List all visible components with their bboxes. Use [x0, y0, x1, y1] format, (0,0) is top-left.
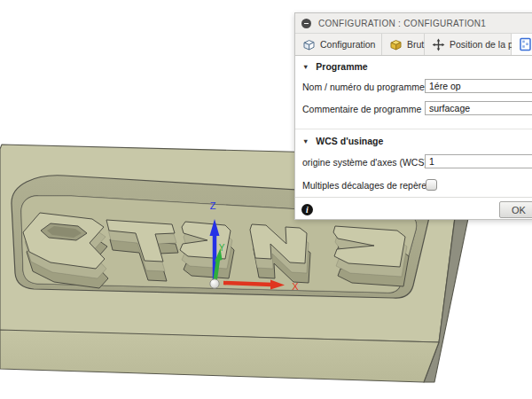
field-row-program-name: Nom / numéro du programme: [295, 79, 532, 95]
x-axis: [223, 283, 272, 285]
program-name-label: Nom / numéro du programme: [302, 82, 425, 92]
tab-configuration[interactable]: Configuration: [295, 34, 382, 55]
wcs-origin-input[interactable]: [425, 154, 532, 168]
tab-brut[interactable]: Brut: [382, 34, 425, 55]
configuration-dialog: CONFIGURATION : CONFIGURATION1 Configura…: [294, 12, 532, 220]
post-grid-icon: [519, 37, 532, 51]
minus-circle-icon[interactable]: [301, 19, 311, 28]
tab-label: Configuration: [320, 39, 375, 50]
multiple-wcs-checkbox[interactable]: [426, 179, 437, 191]
ok-button[interactable]: OK: [499, 201, 532, 218]
dialog-titlebar: CONFIGURATION : CONFIGURATION1: [295, 13, 532, 34]
program-comment-label: Commentaire de programme: [302, 104, 421, 114]
chevron-down-icon: ▼: [302, 63, 309, 71]
section-divider: [295, 129, 532, 129]
tab-position-piece[interactable]: Position de la pièce: [425, 34, 512, 55]
z-axis-label: Z: [210, 200, 216, 211]
setup-cube-outline-icon: [302, 38, 316, 51]
field-row-wcs-origin: origine système d'axes (WCS): [295, 154, 532, 170]
move-arrows-icon: [432, 38, 445, 51]
y-axis-label: Y: [219, 243, 225, 253]
dialog-title: CONFIGURATION : CONFIGURATION1: [318, 19, 486, 28]
chevron-down-icon: ▼: [302, 137, 309, 145]
program-name-input[interactable]: [425, 79, 532, 93]
origin-point[interactable]: [210, 279, 219, 288]
field-row-program-comment: Commentaire de programme: [295, 101, 532, 117]
dialog-footer: i OK: [295, 197, 532, 221]
tab-label: Brut: [407, 39, 424, 50]
program-comment-input[interactable]: [425, 101, 532, 115]
tab-post-process[interactable]: [512, 34, 532, 55]
wcs-origin-label: origine système d'axes (WCS): [302, 157, 427, 168]
stock-cube-icon: [389, 38, 403, 51]
section-header-programme[interactable]: ▼ Programme: [302, 61, 368, 72]
x-axis-label: X: [292, 281, 299, 292]
field-row-multiple-wcs: Multiples décalages de repères: [295, 178, 532, 192]
multiple-wcs-label: Multiples décalages de repères: [302, 180, 431, 191]
section-header-wcs[interactable]: ▼ WCS d'usinage: [302, 136, 383, 146]
dialog-tabs: Configuration Brut: [295, 34, 532, 56]
info-icon[interactable]: i: [301, 204, 313, 215]
app-window: Z Y X CONFIGURATION : CONFIGURATION1 Con…: [0, 0, 532, 399]
